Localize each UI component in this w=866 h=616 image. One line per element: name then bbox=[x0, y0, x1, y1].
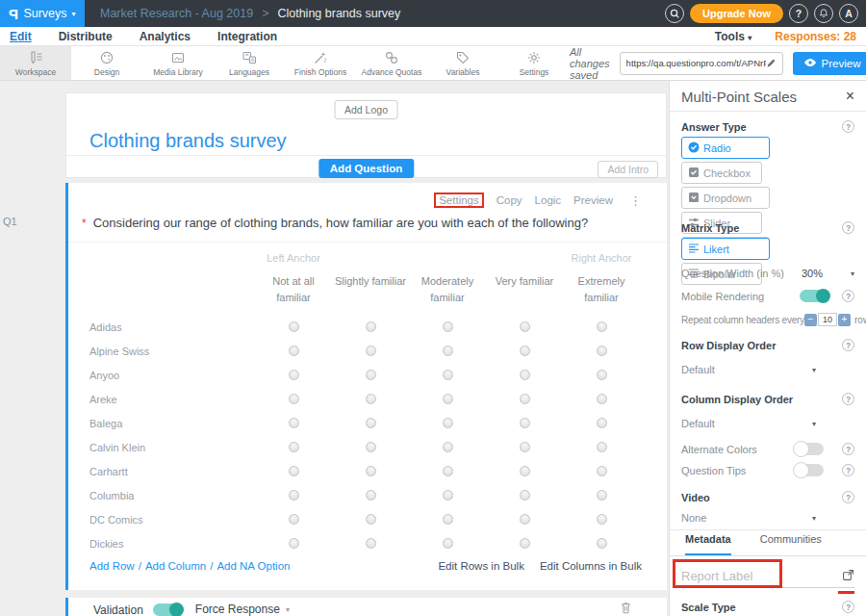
add-logo-button[interactable]: Add Logo bbox=[334, 100, 398, 119]
matrix-row-label[interactable]: Areke bbox=[89, 394, 255, 405]
matrix-column-header[interactable]: Moderately familiar bbox=[409, 273, 486, 305]
row-display-order-select[interactable]: Default ▾ bbox=[681, 364, 854, 375]
plus-button[interactable]: + bbox=[838, 314, 851, 326]
matrix-row-label[interactable]: Adidas bbox=[89, 321, 255, 333]
question-logic-button[interactable]: Logic bbox=[535, 194, 562, 206]
help-icon[interactable]: ? bbox=[842, 120, 854, 133]
product-switcher[interactable]: P Surveys ▾ bbox=[0, 0, 85, 27]
help-button[interactable]: ? bbox=[789, 4, 808, 23]
radio-button[interactable] bbox=[597, 442, 607, 452]
radio-button[interactable] bbox=[520, 514, 530, 525]
notifications-bell-icon[interactable] bbox=[814, 4, 833, 23]
radio-button[interactable] bbox=[366, 514, 376, 525]
tab-distribute[interactable]: Distribute bbox=[59, 30, 113, 43]
tools-menu[interactable]: Tools ▾ bbox=[715, 30, 751, 43]
help-icon[interactable]: ? bbox=[842, 290, 854, 302]
question-settings-button[interactable]: Settings bbox=[434, 192, 484, 208]
radio-button[interactable] bbox=[289, 442, 299, 452]
mobile-rendering-toggle[interactable] bbox=[800, 290, 828, 302]
tab-integration[interactable]: Integration bbox=[217, 30, 277, 43]
radio-button[interactable] bbox=[520, 538, 530, 549]
help-icon[interactable]: ? bbox=[842, 443, 854, 455]
toolbar-item-advance-quotas[interactable]: Advance Quotas bbox=[356, 46, 427, 80]
toolbar-item-settings[interactable]: Settings bbox=[498, 46, 570, 80]
radio-button[interactable] bbox=[289, 394, 299, 404]
matrix-column-header[interactable]: Slightly familiar bbox=[332, 273, 409, 305]
radio-button[interactable] bbox=[443, 466, 453, 476]
matrix-column-header[interactable]: Not at all familiar bbox=[255, 273, 332, 305]
radio-button[interactable] bbox=[597, 418, 607, 428]
matrix-row-label[interactable]: Dickies bbox=[89, 538, 255, 550]
option-likert[interactable]: Likert bbox=[681, 238, 770, 260]
radio-button[interactable] bbox=[443, 418, 453, 428]
radio-button[interactable] bbox=[520, 394, 530, 404]
video-select[interactable]: None ▾ bbox=[681, 512, 854, 524]
radio-button[interactable] bbox=[520, 346, 530, 356]
edit-url-pencil-icon[interactable] bbox=[766, 55, 777, 72]
radio-button[interactable] bbox=[443, 321, 453, 332]
help-icon[interactable]: ? bbox=[842, 393, 854, 405]
option-checkbox[interactable]: Checkbox bbox=[681, 162, 762, 184]
toolbar-item-finish-options[interactable]: Finish Options bbox=[285, 46, 356, 80]
radio-button[interactable] bbox=[366, 370, 376, 380]
matrix-row-label[interactable]: Anyoo bbox=[89, 370, 255, 381]
left-anchor-placeholder[interactable]: Left Anchor bbox=[255, 252, 332, 264]
kebab-menu-icon[interactable]: ⋮ bbox=[629, 193, 642, 208]
radio-button[interactable] bbox=[366, 490, 376, 500]
radio-button[interactable] bbox=[597, 514, 607, 525]
question-text[interactable]: Considering our range of clothing brands… bbox=[93, 216, 589, 230]
question-preview-button[interactable]: Preview bbox=[573, 194, 613, 206]
add-na-option-link[interactable]: Add NA Option bbox=[216, 560, 290, 572]
radio-button[interactable] bbox=[597, 321, 607, 332]
option-dropdown[interactable]: Dropdown bbox=[681, 187, 770, 209]
toolbar-item-languages[interactable]: ALanguages bbox=[214, 46, 285, 80]
matrix-row-label[interactable]: Balega bbox=[89, 418, 255, 429]
search-icon[interactable] bbox=[665, 4, 684, 23]
radio-button[interactable] bbox=[366, 442, 376, 452]
radio-button[interactable] bbox=[597, 538, 607, 549]
help-icon[interactable]: ? bbox=[842, 221, 854, 234]
matrix-row-label[interactable]: Columbia bbox=[89, 490, 255, 501]
radio-button[interactable] bbox=[443, 370, 453, 380]
edit-rows-in-bulk-link[interactable]: Edit Rows in Bulk bbox=[438, 560, 523, 572]
tab-analytics[interactable]: Analytics bbox=[140, 30, 191, 43]
radio-button[interactable] bbox=[443, 514, 453, 525]
upgrade-now-button[interactable]: Upgrade Now bbox=[690, 4, 783, 23]
radio-button[interactable] bbox=[289, 538, 299, 549]
radio-button[interactable] bbox=[366, 321, 376, 332]
toolbar-item-workspace[interactable]: Workspace bbox=[0, 46, 71, 80]
report-label-field[interactable]: Report Label bbox=[681, 565, 854, 588]
right-anchor-placeholder[interactable]: Right Anchor bbox=[563, 252, 640, 264]
matrix-row-label[interactable]: Calvin Klein bbox=[89, 442, 255, 453]
radio-button[interactable] bbox=[366, 418, 376, 428]
column-display-order-select[interactable]: Default ▾ bbox=[681, 418, 854, 429]
radio-button[interactable] bbox=[520, 466, 530, 476]
add-column-link[interactable]: Add Column bbox=[145, 560, 206, 572]
help-icon[interactable]: ? bbox=[842, 491, 854, 503]
help-icon[interactable]: ? bbox=[842, 339, 854, 351]
question-width-value[interactable]: 30% bbox=[802, 268, 823, 279]
radio-button[interactable] bbox=[597, 466, 607, 476]
help-icon[interactable]: ? bbox=[842, 464, 854, 476]
matrix-row-label[interactable]: Carhartt bbox=[89, 466, 255, 477]
radio-button[interactable] bbox=[443, 490, 453, 500]
edit-columns-in-bulk-link[interactable]: Edit Columns in Bulk bbox=[540, 560, 642, 572]
radio-button[interactable] bbox=[597, 490, 607, 500]
toolbar-item-variables[interactable]: Variables bbox=[427, 46, 498, 80]
radio-button[interactable] bbox=[289, 490, 299, 500]
radio-button[interactable] bbox=[597, 346, 607, 356]
add-intro-button[interactable]: Add Intro bbox=[598, 161, 658, 178]
question-copy-button[interactable]: Copy bbox=[497, 194, 522, 206]
matrix-column-header[interactable]: Extremely familiar bbox=[563, 273, 640, 305]
alternate-colors-toggle[interactable] bbox=[795, 443, 824, 455]
radio-button[interactable] bbox=[289, 466, 299, 476]
validation-toggle[interactable] bbox=[153, 603, 182, 616]
option-radio[interactable]: Radio bbox=[681, 137, 770, 159]
repeat-headers-value[interactable]: 10 bbox=[818, 313, 837, 326]
matrix-row-label[interactable]: Alpine Swiss bbox=[89, 346, 255, 357]
radio-button[interactable] bbox=[520, 321, 530, 332]
close-icon[interactable]: × bbox=[846, 89, 854, 104]
radio-button[interactable] bbox=[520, 370, 530, 380]
radio-button[interactable] bbox=[289, 418, 299, 428]
avatar[interactable]: A bbox=[839, 4, 858, 23]
